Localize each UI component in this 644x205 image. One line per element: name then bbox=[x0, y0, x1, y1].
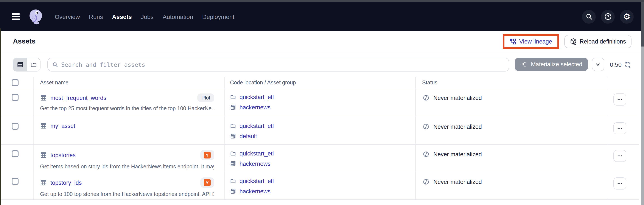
assets-table: Asset name Code location / Asset group S… bbox=[0, 77, 639, 200]
never-materialized-icon bbox=[422, 178, 430, 186]
select-all-checkbox[interactable] bbox=[12, 79, 18, 86]
assets-toolbar: Materialize selected 0:50 bbox=[0, 52, 644, 77]
hackernews-y-icon: Y bbox=[204, 152, 211, 158]
top-navbar: Overview Runs Assets Jobs Automation Dep… bbox=[0, 2, 644, 31]
materialize-options-button[interactable] bbox=[592, 58, 604, 71]
sparkle-icon bbox=[520, 61, 528, 68]
asset-table-icon bbox=[40, 179, 47, 186]
desktop-edge-sliver bbox=[0, 28, 1, 205]
folder-icon bbox=[230, 178, 236, 184]
asset-group-link[interactable]: default bbox=[240, 133, 257, 139]
view-toggle bbox=[13, 58, 40, 71]
hackernews-y-icon: Y bbox=[204, 179, 211, 186]
chevron-down-icon bbox=[595, 61, 601, 68]
asset-group-icon bbox=[230, 188, 236, 194]
row-checkbox[interactable] bbox=[12, 94, 18, 101]
code-location-link[interactable]: quickstart_etl bbox=[240, 150, 274, 156]
ellipsis-icon bbox=[617, 180, 623, 186]
status-text: Never materialized bbox=[433, 178, 482, 185]
column-header-code-location: Code location / Asset group bbox=[230, 80, 296, 86]
search-icon bbox=[52, 61, 58, 68]
status-text: Never materialized bbox=[433, 124, 482, 130]
list-view-icon bbox=[16, 61, 24, 68]
search-button[interactable] bbox=[582, 10, 596, 24]
row-menu-button[interactable] bbox=[614, 94, 626, 106]
nav-item-jobs[interactable]: Jobs bbox=[141, 13, 154, 20]
ellipsis-icon bbox=[617, 96, 623, 102]
page-title: Assets bbox=[13, 38, 36, 45]
row-menu-button[interactable] bbox=[614, 178, 626, 190]
folder-icon bbox=[230, 150, 236, 156]
view-lineage-button[interactable]: View lineage bbox=[505, 36, 558, 47]
refresh-icon[interactable] bbox=[624, 61, 631, 68]
column-header-asset-name: Asset name bbox=[40, 80, 68, 86]
list-view-toggle[interactable] bbox=[13, 58, 27, 71]
asset-name-link[interactable]: topstories bbox=[50, 152, 76, 158]
lineage-icon bbox=[510, 38, 516, 44]
asset-table-icon bbox=[40, 152, 47, 158]
table-header-row: Asset name Code location / Asset group S… bbox=[0, 77, 639, 88]
nav-item-overview[interactable]: Overview bbox=[55, 13, 80, 20]
gear-icon: ⚙ bbox=[623, 12, 630, 21]
help-icon: ? bbox=[604, 12, 612, 21]
table-row: most_frequent_words Plot Get the top 25 … bbox=[0, 88, 639, 117]
reload-icon bbox=[570, 38, 576, 45]
search-icon bbox=[585, 13, 592, 20]
row-menu-button[interactable] bbox=[614, 150, 626, 162]
status-text: Never materialized bbox=[433, 94, 482, 101]
dagster-logo bbox=[27, 8, 44, 25]
folder-view-icon bbox=[30, 61, 37, 68]
settings-button[interactable]: ⚙ bbox=[620, 10, 634, 24]
asset-name-link[interactable]: most_frequent_words bbox=[50, 94, 106, 101]
asset-description: Get the top 25 most frequent words in th… bbox=[40, 106, 214, 112]
view-lineage-highlight-box: View lineage bbox=[503, 34, 559, 49]
column-header-status: Status bbox=[422, 80, 438, 86]
nav-menu: Overview Runs Assets Jobs Automation Dep… bbox=[55, 13, 234, 20]
search-input[interactable] bbox=[61, 61, 505, 68]
scrollbar-thumb[interactable] bbox=[641, 2, 644, 46]
table-row: topstory_ids Y Get up to 100 top stories… bbox=[0, 172, 639, 200]
row-checkbox[interactable] bbox=[12, 150, 18, 157]
code-location-link[interactable]: quickstart_etl bbox=[240, 94, 274, 100]
asset-search-box bbox=[48, 58, 510, 71]
ellipsis-icon bbox=[617, 153, 623, 159]
asset-group-link[interactable]: hackernews bbox=[240, 160, 270, 167]
asset-table-icon bbox=[40, 122, 47, 129]
reload-definitions-button[interactable]: Reload definitions bbox=[564, 35, 632, 48]
folder-view-toggle[interactable] bbox=[27, 58, 40, 71]
ellipsis-icon bbox=[617, 125, 623, 131]
asset-table-icon bbox=[40, 94, 47, 101]
code-location-link[interactable]: quickstart_etl bbox=[240, 178, 274, 184]
table-row: topstories Y Get items based on story id… bbox=[0, 145, 639, 172]
never-materialized-icon bbox=[422, 94, 430, 102]
help-button[interactable]: ? bbox=[601, 10, 615, 24]
code-location-link[interactable]: quickstart_etl bbox=[240, 122, 274, 129]
page-scrollbar[interactable] bbox=[641, 2, 644, 205]
page-header: Assets View lineage bbox=[0, 31, 644, 52]
row-checkbox[interactable] bbox=[12, 178, 18, 185]
row-menu-button[interactable] bbox=[614, 122, 626, 134]
nav-item-deployment[interactable]: Deployment bbox=[202, 13, 234, 20]
asset-tag[interactable]: Plot bbox=[198, 94, 214, 102]
asset-group-icon bbox=[230, 161, 236, 167]
never-materialized-icon bbox=[422, 123, 430, 130]
nav-item-assets[interactable]: Assets bbox=[112, 13, 132, 20]
svg-text:?: ? bbox=[606, 15, 609, 19]
asset-description: Get items based on story ids from the Ha… bbox=[40, 164, 214, 170]
asset-group-icon bbox=[230, 133, 236, 139]
materialize-selected-button[interactable]: Materialize selected bbox=[515, 58, 588, 71]
status-text: Never materialized bbox=[433, 151, 482, 158]
asset-name-link[interactable]: my_asset bbox=[50, 122, 76, 129]
asset-description: Get up to 100 top stories from the Hacke… bbox=[40, 191, 214, 197]
asset-group-link[interactable]: hackernews bbox=[240, 188, 270, 194]
asset-group-link[interactable]: hackernews bbox=[240, 104, 270, 110]
nav-item-runs[interactable]: Runs bbox=[89, 13, 103, 20]
hackernews-tag[interactable]: Y bbox=[200, 150, 214, 160]
asset-name-link[interactable]: topstory_ids bbox=[50, 180, 82, 186]
hamburger-menu-icon[interactable] bbox=[12, 13, 20, 20]
nav-item-automation[interactable]: Automation bbox=[162, 13, 193, 20]
row-checkbox[interactable] bbox=[12, 123, 18, 130]
refresh-countdown: 0:50 bbox=[610, 61, 622, 68]
hackernews-tag[interactable]: Y bbox=[200, 178, 214, 188]
asset-group-icon bbox=[230, 104, 236, 110]
